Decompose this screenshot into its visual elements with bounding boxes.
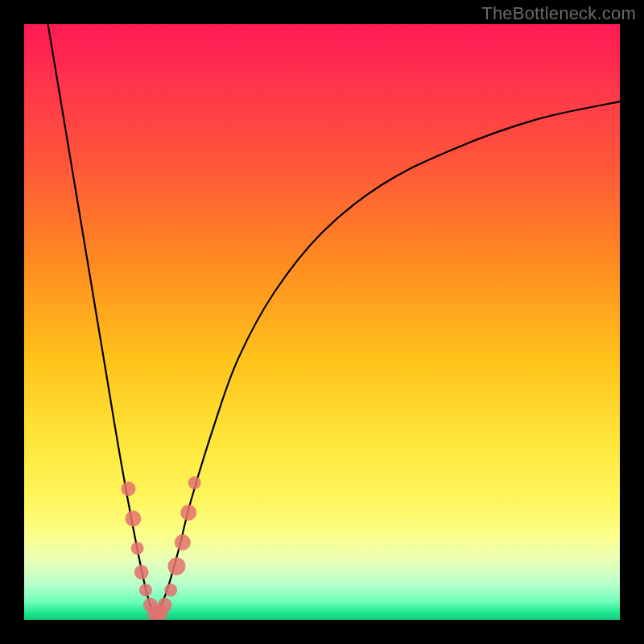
curve-layer xyxy=(48,24,620,620)
marker-layer xyxy=(122,477,201,620)
data-marker xyxy=(180,505,196,521)
data-marker xyxy=(139,584,152,597)
plot-area xyxy=(24,24,620,620)
data-marker xyxy=(122,481,136,496)
data-marker xyxy=(131,542,144,555)
curve-right-branch xyxy=(155,101,620,620)
data-marker xyxy=(188,477,201,489)
data-marker xyxy=(164,584,177,597)
data-marker xyxy=(167,557,185,575)
watermark-text: TheBottleneck.com xyxy=(481,3,636,24)
chart-svg xyxy=(24,24,620,620)
data-marker xyxy=(158,598,172,613)
data-marker xyxy=(134,565,149,580)
curve-left-branch xyxy=(48,24,155,620)
chart-frame: TheBottleneck.com xyxy=(0,0,644,644)
data-marker xyxy=(125,510,141,526)
data-marker xyxy=(175,535,191,551)
